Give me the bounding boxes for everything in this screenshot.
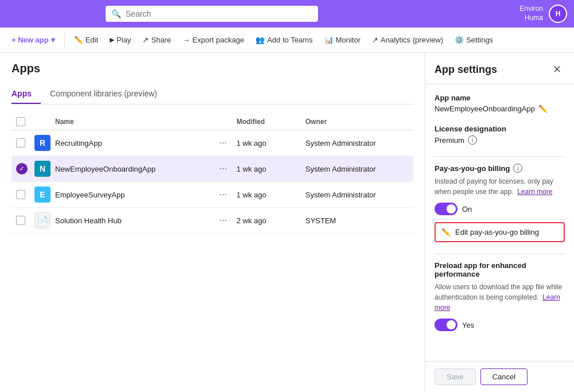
share-button[interactable]: ↗ Share bbox=[138, 33, 176, 46]
avatar[interactable]: H bbox=[549, 5, 567, 23]
search-container: 🔍 bbox=[106, 6, 318, 22]
payg-toggle[interactable] bbox=[435, 203, 457, 215]
preload-heading: Preload app for enhanced performance bbox=[435, 261, 565, 278]
env-name: Environ bbox=[519, 5, 543, 14]
payg-toggle-label: On bbox=[462, 205, 472, 214]
payg-heading: Pay-as-you-go billing bbox=[435, 164, 510, 173]
payg-desc: Instead of paying for licenses, only pay… bbox=[435, 176, 565, 197]
payg-title-row: Pay-as-you-go billing i bbox=[435, 164, 565, 173]
divider-license bbox=[435, 156, 565, 157]
row-check-3 bbox=[16, 190, 34, 199]
row-dots-4[interactable]: ··· bbox=[216, 215, 236, 226]
share-icon: ↗ bbox=[142, 36, 149, 44]
toolbar: + New app ▾ ✏️ Edit ▶ Play ↗ Share → Exp… bbox=[0, 28, 574, 53]
apps-title: Apps bbox=[11, 62, 413, 75]
dots-menu-3[interactable]: ··· bbox=[216, 188, 230, 200]
environment-info: Environ Huma bbox=[519, 5, 543, 22]
new-app-label: + New app bbox=[11, 36, 49, 44]
settings-content: App name NewEmployeeOnboardingApp ✏️ Lic… bbox=[425, 84, 574, 361]
row-icon-4: 📄 bbox=[34, 212, 55, 228]
app-icon-employee-survey: E bbox=[34, 187, 51, 203]
payg-toggle-row: On bbox=[435, 203, 565, 215]
user-name: Huma bbox=[525, 14, 543, 23]
row-name-2: NewEmployeeOnboardingApp bbox=[55, 165, 216, 173]
header-check bbox=[16, 117, 34, 126]
edit-billing-button[interactable]: ✏️ Edit pay-as-you-go billing bbox=[435, 222, 565, 242]
app-name-value: NewEmployeeOnboardingApp ✏️ bbox=[435, 104, 565, 113]
edit-billing-pencil-icon: ✏️ bbox=[441, 228, 451, 236]
edit-button[interactable]: ✏️ Edit bbox=[69, 33, 103, 46]
dots-menu-1[interactable]: ··· bbox=[216, 137, 230, 149]
header-modified: Modified bbox=[236, 118, 305, 126]
main-layout: Apps Apps Component libraries (preview) … bbox=[0, 53, 574, 392]
app-icon-recruiting: R bbox=[34, 135, 51, 151]
search-icon: 🔍 bbox=[111, 9, 121, 18]
export-package-button[interactable]: → Export package bbox=[178, 33, 249, 46]
row-modified-4: 2 wk ago bbox=[236, 216, 305, 225]
tab-component-libraries[interactable]: Component libraries (preview) bbox=[50, 84, 166, 104]
cancel-button[interactable]: Cancel bbox=[480, 368, 528, 385]
settings-footer: Save Cancel bbox=[425, 361, 574, 392]
add-to-teams-button[interactable]: 👥 Add to Teams bbox=[251, 33, 317, 46]
save-button[interactable]: Save bbox=[435, 368, 476, 385]
payg-learn-more-link[interactable]: Learn more bbox=[517, 188, 552, 196]
settings-header: App settings ✕ bbox=[425, 53, 574, 84]
license-value: Premium bbox=[435, 136, 464, 145]
new-app-button[interactable]: + New app ▾ bbox=[7, 33, 60, 46]
dots-menu-2[interactable]: ··· bbox=[216, 162, 230, 174]
settings-icon: ⚙️ bbox=[455, 36, 464, 44]
checkbox-4[interactable] bbox=[16, 216, 25, 225]
header-checkbox[interactable] bbox=[16, 117, 25, 126]
app-name-section: App name NewEmployeeOnboardingApp ✏️ bbox=[435, 94, 565, 113]
topbar-right: Environ Huma H bbox=[519, 5, 567, 23]
preload-toggle[interactable] bbox=[435, 319, 457, 331]
row-owner-4: SYSTEM bbox=[305, 216, 409, 225]
toggle-thumb bbox=[447, 204, 456, 214]
payg-info-icon[interactable]: i bbox=[513, 164, 522, 173]
settings-button[interactable]: ⚙️ Settings bbox=[450, 33, 498, 46]
license-info-icon[interactable]: i bbox=[468, 135, 477, 145]
row-owner-2: System Administrator bbox=[305, 165, 409, 173]
pay-as-you-go-section: Pay-as-you-go billing i Instead of payin… bbox=[435, 164, 565, 242]
play-icon: ▶ bbox=[110, 36, 114, 44]
license-label: License designation bbox=[435, 125, 565, 133]
edit-app-name-icon[interactable]: ✏️ bbox=[538, 104, 548, 113]
topbar: 🔍 Environ Huma H bbox=[0, 0, 574, 28]
preload-toggle-row: Yes bbox=[435, 319, 565, 331]
row-dots-2[interactable]: ··· bbox=[216, 164, 236, 174]
preload-desc: Allow users to download the app file whi… bbox=[435, 282, 565, 313]
row-dots-1[interactable]: ··· bbox=[216, 138, 236, 148]
edit-billing-label: Edit pay-as-you-go billing bbox=[455, 228, 539, 236]
app-name-label: App name bbox=[435, 94, 565, 102]
row-icon-1: R bbox=[34, 135, 55, 151]
preload-toggle-thumb bbox=[447, 320, 456, 329]
play-button[interactable]: ▶ Play bbox=[105, 33, 135, 46]
selected-checkmark-2: ✓ bbox=[16, 163, 28, 174]
row-modified-2: 1 wk ago bbox=[236, 165, 305, 173]
row-check-2: ✓ bbox=[16, 163, 34, 174]
settings-panel: App settings ✕ App name NewEmployeeOnboa… bbox=[425, 53, 574, 392]
row-icon-3: E bbox=[34, 187, 55, 203]
apps-tabs: Apps Component libraries (preview) bbox=[11, 84, 413, 104]
search-input[interactable] bbox=[126, 9, 312, 18]
table-row[interactable]: 📄 Solution Health Hub ··· 2 wk ago SYSTE… bbox=[11, 208, 413, 234]
analytics-button[interactable]: ↗ Analytics (preview) bbox=[367, 33, 448, 46]
row-icon-2: N bbox=[34, 161, 55, 177]
monitor-button[interactable]: 📊 Monitor bbox=[320, 33, 365, 46]
app-icon-solution-health: 📄 bbox=[34, 212, 51, 228]
header-owner: Owner bbox=[305, 118, 409, 126]
row-check-4 bbox=[16, 216, 34, 225]
checkbox-1[interactable] bbox=[16, 138, 25, 148]
table-row[interactable]: ✓ N NewEmployeeOnboardingApp ··· 1 wk ag… bbox=[11, 156, 413, 182]
checkbox-3[interactable] bbox=[16, 190, 25, 199]
close-button[interactable]: ✕ bbox=[549, 62, 565, 77]
row-dots-3[interactable]: ··· bbox=[216, 189, 236, 200]
app-icon-new-employee: N bbox=[34, 161, 51, 177]
divider-1 bbox=[64, 33, 65, 47]
row-name-4: Solution Health Hub bbox=[55, 216, 216, 225]
table-row[interactable]: R RecruitingApp ··· 1 wk ago System Admi… bbox=[11, 130, 413, 156]
dots-menu-4[interactable]: ··· bbox=[216, 214, 230, 226]
table-row[interactable]: E EmployeeSurveyApp ··· 1 wk ago System … bbox=[11, 182, 413, 208]
teams-icon: 👥 bbox=[255, 36, 265, 44]
tab-apps[interactable]: Apps bbox=[11, 84, 41, 104]
